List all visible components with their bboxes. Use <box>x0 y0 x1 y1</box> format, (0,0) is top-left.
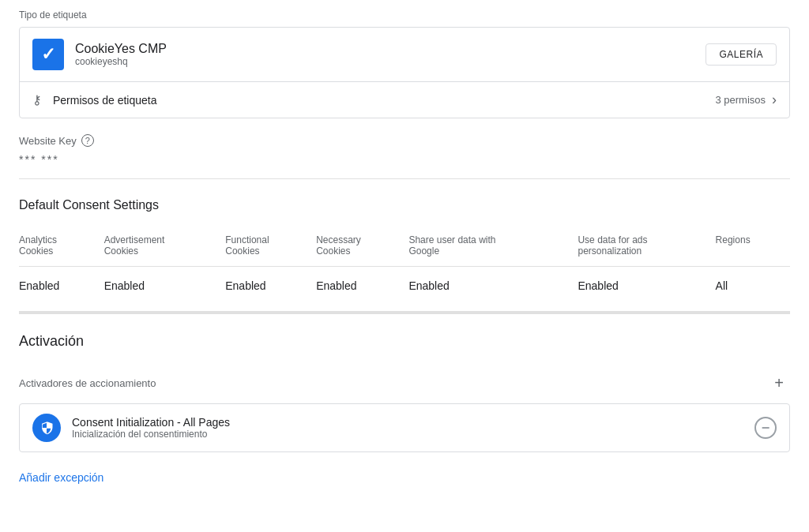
shield-icon <box>40 421 54 435</box>
consent-table: AnalyticsCookies AdvertisementCookies Fu… <box>19 228 790 298</box>
trigger-item: Consent Initialization - All Pages Inici… <box>19 403 790 452</box>
key-icon: ⚷ <box>32 92 42 107</box>
plus-icon: + <box>774 374 784 392</box>
gallery-button[interactable]: GALERÍA <box>706 43 777 66</box>
val-functional: Enabled <box>225 267 316 299</box>
activation-section: Activación Activadores de accionamiento … <box>19 314 790 490</box>
cookieyes-logo-check: ✓ <box>41 44 55 65</box>
help-icon[interactable]: ? <box>81 134 94 147</box>
consent-table-header-row: AnalyticsCookies AdvertisementCookies Fu… <box>19 228 790 267</box>
remove-trigger-button[interactable]: − <box>754 417 777 439</box>
website-key-label: Website Key ? <box>19 134 790 147</box>
website-key-text: Website Key <box>19 135 77 147</box>
consent-section: Default Consent Settings AnalyticsCookie… <box>19 179 790 314</box>
add-trigger-button[interactable]: + <box>768 372 790 394</box>
permisos-row[interactable]: ⚷ Permisos de etiqueta 3 permisos › <box>20 82 789 118</box>
consent-title: Default Consent Settings <box>19 198 790 212</box>
trigger-name: Consent Initialization - All Pages <box>72 416 754 429</box>
website-key-section: Website Key ? *** *** <box>19 118 790 179</box>
col-share-user: Share user data withGoogle <box>408 228 578 267</box>
val-regions: All <box>716 267 790 299</box>
col-functional: FunctionalCookies <box>225 228 316 267</box>
cookieyes-logo: ✓ <box>32 39 64 70</box>
col-advertisement: AdvertisementCookies <box>104 228 226 267</box>
activation-title: Activación <box>19 333 790 350</box>
trigger-icon-wrap <box>32 414 61 442</box>
val-analytics: Enabled <box>19 267 104 299</box>
add-exception-link[interactable]: Añadir excepción <box>19 459 103 490</box>
permisos-label: Permisos de etiqueta <box>53 94 715 107</box>
triggers-header: Activadores de accionamiento + <box>19 365 790 403</box>
val-necessary: Enabled <box>316 267 408 299</box>
consent-table-data-row: Enabled Enabled Enabled Enabled Enabled … <box>19 267 790 299</box>
cookieyes-info: CookieYes CMP cookieyeshq <box>75 42 706 67</box>
triggers-label: Activadores de accionamiento <box>19 377 156 389</box>
cookieyes-header: ✓ CookieYes CMP cookieyeshq GALERÍA <box>20 28 789 82</box>
chevron-right-icon: › <box>772 92 777 108</box>
website-key-value: *** *** <box>19 153 790 166</box>
col-use-data: Use data for adspersonalization <box>578 228 715 267</box>
val-use-data: Enabled <box>578 267 715 299</box>
trigger-info: Consent Initialization - All Pages Inici… <box>72 416 754 440</box>
cookieyes-card: ✓ CookieYes CMP cookieyeshq GALERÍA ⚷ Pe… <box>19 27 790 118</box>
tipo-label: Tipo de etiqueta <box>19 0 790 27</box>
col-analytics: AnalyticsCookies <box>19 228 104 267</box>
trigger-sub: Inicialización del consentimiento <box>72 429 754 440</box>
col-necessary: NecessaryCookies <box>316 228 408 267</box>
val-share-user: Enabled <box>408 267 578 299</box>
cookieyes-domain: cookieyeshq <box>75 56 706 67</box>
cookieyes-name: CookieYes CMP <box>75 42 706 56</box>
minus-icon: − <box>762 420 770 436</box>
col-regions: Regions <box>716 228 790 267</box>
permisos-count: 3 permisos <box>715 94 766 106</box>
val-advertisement: Enabled <box>104 267 226 299</box>
